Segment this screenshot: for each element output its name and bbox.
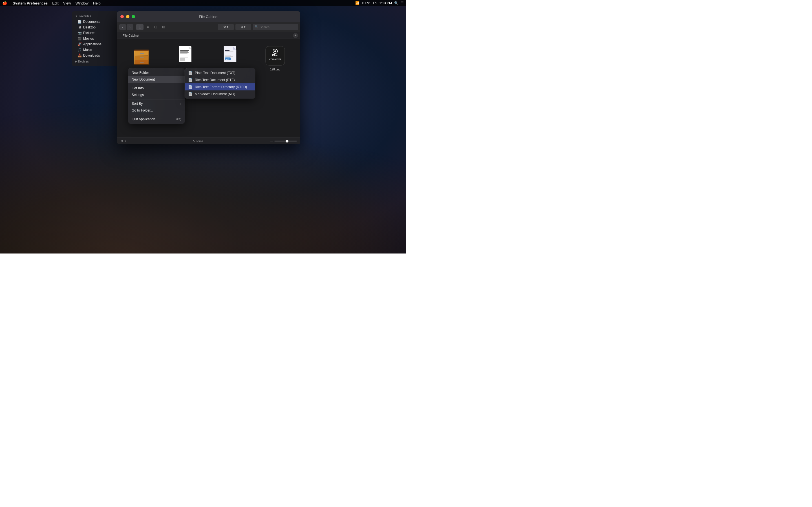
submenu-rtf[interactable]: 📄 Rich Text Document (RTF) xyxy=(185,76,255,83)
menu-window[interactable]: Window xyxy=(75,1,89,5)
sidebar-item-music[interactable]: 🎵 Music xyxy=(72,47,117,53)
svg-rect-23 xyxy=(225,52,234,52)
chevron-down-icon: ▼ xyxy=(75,15,78,17)
menu-help[interactable]: Help xyxy=(93,1,101,5)
menubar-clock: Thu 1:13 PM xyxy=(372,1,392,5)
back-button[interactable]: ‹ xyxy=(119,24,126,30)
sidebar-item-applications[interactable]: 🚀 Applications xyxy=(72,41,117,47)
downloads-icon: 📥 xyxy=(78,54,82,57)
sidebar-label-documents: Documents xyxy=(83,20,100,24)
apple-menu[interactable]: 🍎 xyxy=(2,1,7,5)
nav-buttons: ‹ › xyxy=(119,24,133,30)
action-dropdown-icon: ▾ xyxy=(227,25,229,29)
window-close-button[interactable] xyxy=(120,15,124,18)
sidebar-item-movies[interactable]: 🎬 Movies xyxy=(72,36,117,41)
view-list-button[interactable]: ≡ xyxy=(144,24,151,30)
search-bar[interactable]: 🔍 xyxy=(253,24,298,30)
md-file-svg-icon: MD xyxy=(223,46,239,66)
window-title: File Cabinet xyxy=(199,15,218,19)
applications-icon: 🚀 xyxy=(78,42,82,46)
status-right: — xyxy=(270,139,297,143)
file-item-128png[interactable]: Plist converter 128.png xyxy=(255,43,296,90)
view-gallery-button[interactable]: ⊠ xyxy=(160,24,167,30)
context-menu: New Folder New Document › Get Info Setti… xyxy=(128,68,185,124)
submenu-txt[interactable]: 📄 Plain Text Document (TXT) xyxy=(185,69,255,76)
file-name-128png: 128.png xyxy=(270,68,280,71)
menu-edit[interactable]: Edit xyxy=(52,1,58,5)
context-quit[interactable]: Quit Application ⌘Q xyxy=(128,116,185,122)
menubar-right: 📶 100% Thu 1:13 PM 🔍 ☰ xyxy=(355,1,404,5)
gear-icon[interactable]: ⚙ xyxy=(120,139,123,143)
submenu-md-label: Markdown Document (MD) xyxy=(195,92,235,96)
desktop: 🍎 System Preferences Edit View Window He… xyxy=(0,0,406,253)
context-sort-by-label: Sort By xyxy=(132,102,143,106)
size-slider-thumb xyxy=(286,140,289,143)
context-separator-3 xyxy=(128,115,185,115)
menubar-left: 🍎 System Preferences Edit View Window He… xyxy=(2,1,101,5)
search-input[interactable] xyxy=(260,25,296,29)
add-tab-button[interactable]: + xyxy=(293,33,298,38)
filecabinet-svg-icon xyxy=(132,46,152,66)
context-separator-2 xyxy=(128,99,185,100)
txt-doc-icon: 📄 xyxy=(188,71,193,75)
app-name[interactable]: System Preferences xyxy=(13,1,48,5)
context-new-folder-label: New Folder xyxy=(132,71,149,75)
file-thumbnail-filecabinet xyxy=(132,46,152,66)
sidebar-item-pictures[interactable]: 📷 Pictures xyxy=(72,30,117,36)
view-buttons: ⊞ ≡ ⊟ ⊠ xyxy=(136,24,167,30)
window-maximize-button[interactable] xyxy=(132,15,135,18)
svg-rect-18 xyxy=(180,58,185,61)
desktop-icon: 🖥 xyxy=(78,25,82,29)
svg-rect-11 xyxy=(180,50,189,51)
search-icon: 🔍 xyxy=(255,25,259,29)
svg-rect-14 xyxy=(180,54,188,54)
window-titlebar: File Cabinet xyxy=(117,11,300,22)
menubar-search-icon[interactable]: 🔍 xyxy=(394,1,398,5)
context-new-document[interactable]: New Document › xyxy=(128,76,185,83)
action-button[interactable]: ⚙ ▾ xyxy=(218,24,234,30)
submenu-rtfd[interactable]: 📄 Rich Text Format Directory (RTFD) xyxy=(185,83,255,91)
svg-rect-25 xyxy=(225,54,233,54)
rtf-doc-icon: 📄 xyxy=(188,78,193,82)
tag-icon: ◈ xyxy=(241,25,243,29)
context-get-info-label: Get Info xyxy=(132,86,144,90)
quit-shortcut: ⌘Q xyxy=(175,117,181,121)
sidebar-item-downloads[interactable]: 📥 Downloads xyxy=(72,53,117,58)
menubar: 🍎 System Preferences Edit View Window He… xyxy=(0,0,406,6)
size-small-icon: — xyxy=(270,139,273,143)
pictures-icon: 📷 xyxy=(78,31,82,35)
sidebar-item-documents[interactable]: 📄 Documents xyxy=(72,19,117,24)
submenu-arrow-icon: › xyxy=(181,78,181,81)
context-settings-label: Settings xyxy=(132,93,144,97)
plist-svg-icon: Plist converter xyxy=(265,46,285,66)
menubar-control-center-icon[interactable]: ☰ xyxy=(401,1,404,5)
sidebar: ▼ Favorites 📄 Documents 🖥 Desktop 📷 Pict… xyxy=(72,11,117,66)
context-go-to-folder[interactable]: Go to Folder... xyxy=(128,107,185,114)
md-doc-icon: 📄 xyxy=(188,92,193,96)
window-minimize-button[interactable] xyxy=(126,15,130,18)
submenu-rtfd-label: Rich Text Format Directory (RTFD) xyxy=(195,85,247,89)
context-new-folder[interactable]: New Folder xyxy=(128,69,185,76)
submenu-new-document: 📄 Plain Text Document (TXT) 📄 Rich Text … xyxy=(185,68,255,99)
sidebar-label-desktop: Desktop xyxy=(83,25,96,29)
view-grid-button[interactable]: ⊞ xyxy=(136,24,144,30)
view-columns-button[interactable]: ⊟ xyxy=(152,24,159,30)
rtfd-doc-icon: 📄 xyxy=(188,85,193,89)
action-icon: ⚙ xyxy=(223,25,226,29)
svg-rect-26 xyxy=(225,55,231,55)
submenu-md[interactable]: 📄 Markdown Document (MD) xyxy=(185,91,255,98)
sort-submenu-arrow-icon: › xyxy=(181,102,181,105)
svg-rect-7 xyxy=(140,62,144,62)
menu-view[interactable]: View xyxy=(63,1,71,5)
tab-file-cabinet[interactable]: File Cabinet xyxy=(119,33,143,38)
tag-button[interactable]: ◈ ▾ xyxy=(236,24,251,30)
sidebar-label-pictures: Pictures xyxy=(83,31,95,35)
context-get-info[interactable]: Get Info xyxy=(128,85,185,92)
context-settings[interactable]: Settings xyxy=(128,92,185,98)
svg-rect-22 xyxy=(225,50,230,51)
size-slider[interactable] xyxy=(274,140,297,142)
svg-rect-17 xyxy=(180,57,188,57)
forward-button[interactable]: › xyxy=(126,24,133,30)
context-sort-by[interactable]: Sort By › xyxy=(128,100,185,107)
sidebar-item-desktop[interactable]: 🖥 Desktop xyxy=(72,24,117,30)
